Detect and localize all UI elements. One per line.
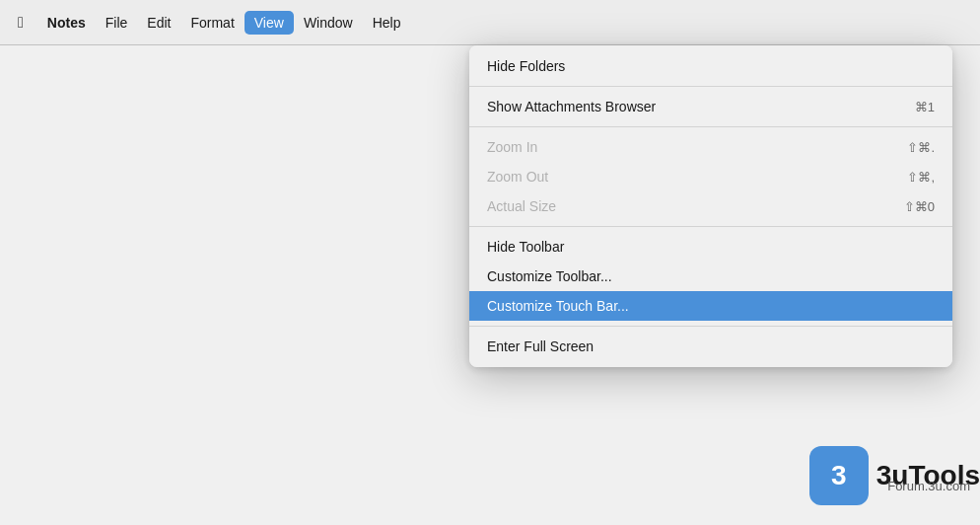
menu-item-hide-folders[interactable]: Hide Folders: [469, 51, 952, 81]
watermark-url: Forum.3u.com: [887, 479, 970, 493]
menu-format[interactable]: Format: [180, 11, 244, 35]
separator-4: [469, 326, 952, 327]
menu-item-actual-size: Actual Size ⇧⌘0: [469, 191, 952, 221]
menu-file[interactable]: File: [96, 11, 138, 35]
menu-item-hide-toolbar[interactable]: Hide Toolbar: [469, 232, 952, 262]
menu-item-customize-touch-bar[interactable]: Customize Touch Bar...: [469, 291, 952, 321]
menu-item-show-attachments[interactable]: Show Attachments Browser ⌘1: [469, 92, 952, 121]
apple-menu[interactable]: : [8, 10, 34, 36]
menu-view[interactable]: View: [245, 11, 294, 35]
watermark-icon: 3: [809, 446, 869, 505]
separator-2: [469, 126, 952, 127]
menu-item-zoom-in: Zoom In ⇧⌘.: [469, 132, 952, 162]
view-menu-dropdown: Hide Folders Show Attachments Browser ⌘1…: [469, 45, 952, 367]
menu-item-enter-full-screen[interactable]: Enter Full Screen: [469, 332, 952, 361]
menu-help[interactable]: Help: [363, 11, 411, 35]
menu-item-customize-toolbar[interactable]: Customize Toolbar...: [469, 262, 952, 291]
watermark: 3 3uTools Forum.3u.com: [809, 446, 980, 505]
menu-notes[interactable]: Notes: [37, 11, 96, 35]
menu-edit[interactable]: Edit: [137, 11, 180, 35]
separator-3: [469, 226, 952, 227]
menu-item-zoom-out: Zoom Out ⇧⌘,: [469, 162, 952, 191]
menu-window[interactable]: Window: [294, 11, 363, 35]
menubar:  Notes File Edit Format View Window Hel…: [0, 0, 980, 45]
separator-1: [469, 86, 952, 87]
